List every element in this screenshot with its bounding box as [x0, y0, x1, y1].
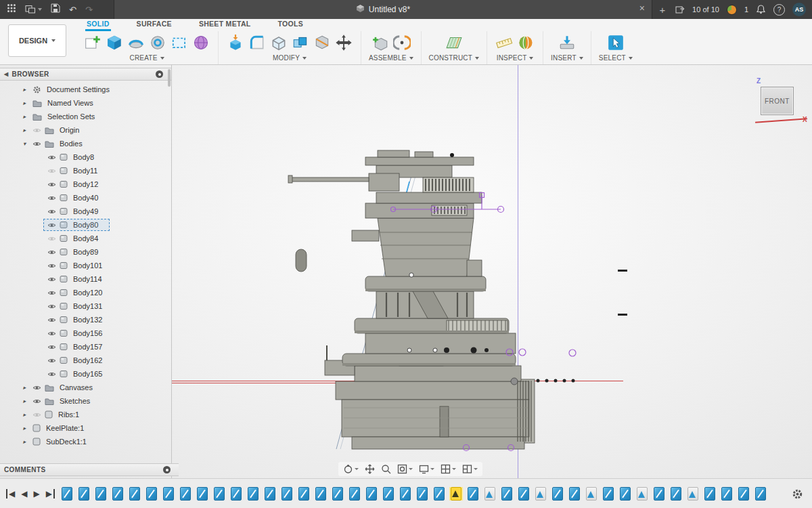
avatar[interactable]: AS: [792, 3, 806, 16]
browser-item[interactable]: Origin: [0, 123, 170, 137]
timeline-feature-icon[interactable]: [332, 487, 343, 501]
viewport[interactable]: Z FRONT X ◀ BROWSER: [0, 65, 812, 478]
browser-item[interactable]: Canvases: [0, 381, 170, 394]
visibility-eye-icon[interactable]: [47, 276, 56, 282]
visibility-eye-icon[interactable]: [47, 344, 56, 350]
expander-icon[interactable]: [23, 425, 32, 431]
status-pie-icon[interactable]: [727, 5, 737, 15]
browser-body-item[interactable]: Body84: [0, 232, 170, 245]
timeline-feature-icon[interactable]: [383, 487, 394, 501]
visibility-eye-icon[interactable]: [47, 154, 56, 161]
browser-body-item[interactable]: Body12: [0, 177, 170, 191]
timeline-feature-icon[interactable]: [637, 487, 648, 501]
timeline-feature-icon[interactable]: [671, 487, 681, 501]
timeline-feature-icon[interactable]: [197, 487, 208, 501]
expander-icon[interactable]: [23, 127, 32, 133]
construct-menu[interactable]: CONSTRUCT: [429, 54, 480, 62]
select-menu[interactable]: SELECT: [599, 54, 633, 62]
browser-item[interactable]: SubDeck1:1: [0, 435, 170, 448]
browser-body-item[interactable]: Body120: [0, 286, 170, 299]
toolbar-tab[interactable]: SURFACE: [135, 20, 173, 31]
expander-icon[interactable]: [23, 140, 32, 147]
timeline-feature-icon[interactable]: [163, 487, 174, 501]
browser-body-item[interactable]: Body40: [0, 191, 170, 205]
ship-model[interactable]: [171, 65, 812, 478]
comments-header[interactable]: COMMENTS: [0, 463, 179, 476]
timeline-feature-icon[interactable]: [451, 487, 461, 501]
measure-icon[interactable]: [495, 33, 514, 52]
timeline-feature-icon[interactable]: [468, 487, 478, 501]
visibility-eye-icon[interactable]: [47, 317, 56, 323]
visibility-eye-icon[interactable]: [47, 290, 56, 296]
press-pull-icon[interactable]: [226, 33, 245, 52]
toolbar-tab[interactable]: SHEET METAL: [198, 20, 252, 31]
panel-options-icon[interactable]: [163, 466, 171, 473]
inspect-menu[interactable]: INSPECT: [497, 54, 534, 62]
browser-body-item[interactable]: Body157: [0, 340, 170, 354]
timeline-feature-icon[interactable]: [78, 487, 89, 501]
timeline-feature-icon[interactable]: [214, 487, 225, 501]
timeline-feature-icon[interactable]: [434, 487, 445, 501]
browser-body-item[interactable]: Body114: [0, 272, 170, 286]
job-status-icon[interactable]: [675, 5, 685, 15]
visibility-eye-icon[interactable]: [47, 249, 56, 255]
timeline-feature-icon[interactable]: [349, 487, 360, 501]
timeline-feature-icon[interactable]: [569, 487, 580, 501]
assemble-menu[interactable]: ASSEMBLE: [369, 54, 413, 62]
visibility-eye-icon[interactable]: [47, 236, 56, 242]
timeline-feature-icon[interactable]: [687, 487, 698, 501]
timeline-settings-gear-icon[interactable]: [783, 488, 812, 500]
pan-icon[interactable]: [365, 464, 375, 474]
timeline-feature-icon[interactable]: [552, 487, 563, 501]
visibility-eye-icon[interactable]: [32, 398, 41, 404]
save-icon[interactable]: [51, 3, 60, 16]
expander-icon[interactable]: [23, 398, 32, 404]
timeline-feature-icon[interactable]: [721, 487, 732, 501]
go-to-end-icon[interactable]: ▶: [46, 489, 55, 499]
data-panel-icon[interactable]: [25, 5, 42, 14]
shell-icon[interactable]: [269, 33, 288, 52]
browser-item[interactable]: KeelPlate:1: [0, 421, 170, 435]
timeline-feature-icon[interactable]: [180, 487, 191, 501]
timeline-feature-icon[interactable]: [417, 487, 428, 501]
browser-body-item[interactable]: Body131: [0, 299, 170, 313]
timeline-feature-icon[interactable]: [298, 487, 309, 501]
expander-icon[interactable]: [23, 384, 32, 391]
timeline-feature-icon[interactable]: [129, 487, 140, 501]
coil-sphere-icon[interactable]: [191, 33, 210, 52]
orbit-icon[interactable]: [343, 464, 359, 474]
browser-item[interactable]: Ribs:1: [0, 408, 170, 421]
browser-header[interactable]: ◀ BROWSER: [0, 68, 171, 81]
timeline-feature-icon[interactable]: [62, 487, 72, 501]
grid-settings-icon[interactable]: [441, 464, 456, 474]
browser-item[interactable]: Selection Sets: [0, 110, 170, 123]
timeline-feature-icon[interactable]: [501, 487, 512, 501]
close-tab-icon[interactable]: ×: [639, 3, 645, 14]
help-icon[interactable]: ?: [773, 4, 785, 16]
timeline-feature-icon[interactable]: [654, 487, 664, 501]
visibility-eye-icon[interactable]: [32, 141, 41, 147]
timeline-feature-icon[interactable]: [755, 487, 766, 501]
timeline-feature-icon[interactable]: [535, 487, 546, 501]
timeline-feature-icon[interactable]: [484, 487, 495, 501]
browser-item[interactable]: Bodies: [0, 137, 170, 150]
extrude-icon[interactable]: [105, 33, 124, 52]
collapse-panel-icon[interactable]: ◀: [4, 71, 9, 77]
display-settings-icon[interactable]: [419, 464, 434, 474]
create-menu[interactable]: CREATE: [129, 54, 164, 62]
browser-body-item[interactable]: Body80: [0, 218, 170, 232]
timeline-feature-icon[interactable]: [265, 487, 275, 501]
timeline-feature-icon[interactable]: [231, 487, 242, 501]
app-grid-icon[interactable]: [7, 3, 16, 16]
visibility-eye-icon[interactable]: [47, 331, 56, 337]
insert-menu[interactable]: INSERT: [551, 54, 583, 62]
timeline-feature-icon[interactable]: [366, 487, 377, 501]
viewports-icon[interactable]: [462, 464, 478, 474]
timeline-feature-icon[interactable]: [95, 487, 106, 501]
go-to-start-icon[interactable]: ◀: [6, 489, 15, 499]
section-analysis-icon[interactable]: [516, 33, 535, 52]
combine-icon[interactable]: [291, 33, 310, 52]
construction-plane-icon[interactable]: [445, 33, 464, 52]
zoom-icon[interactable]: [381, 464, 391, 474]
browser-body-item[interactable]: Body89: [0, 245, 170, 259]
